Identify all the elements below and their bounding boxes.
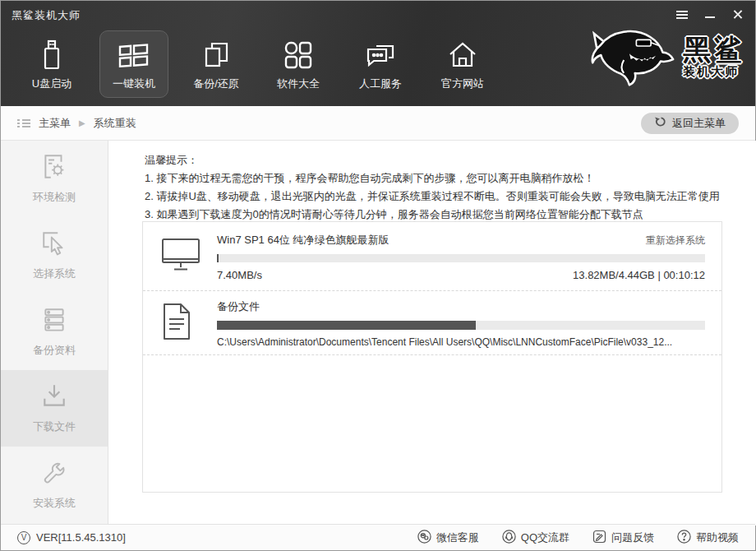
- apps-grid-icon: [284, 37, 313, 73]
- monitor-icon: [161, 238, 201, 276]
- main-nav: U盘启动 一键装机: [17, 30, 497, 98]
- select-system-icon: [40, 229, 68, 261]
- nav-label: 备份/还原: [193, 76, 239, 91]
- footer-links: 微信客服 QQ交流群: [417, 530, 739, 546]
- window-title: 黑鲨装机大师: [12, 8, 81, 23]
- help-video-link[interactable]: 帮助视频: [677, 530, 739, 546]
- copy-icon: [201, 37, 231, 73]
- download-row-system: Win7 SP1 64位 纯净绿色旗舰最新版 重新选择系统 7.40MB/s 1…: [143, 222, 721, 291]
- usb-icon: [38, 37, 66, 73]
- sidebar-item-label: 安装系统: [33, 496, 76, 511]
- back-button-label: 返回主菜单: [672, 116, 726, 131]
- nav-label: 软件大全: [277, 76, 320, 91]
- sidebar-item-label: 环境检测: [33, 190, 76, 205]
- download-panel: Win7 SP1 64位 纯净绿色旗舰最新版 重新选择系统 7.40MB/s 1…: [142, 221, 722, 493]
- document-icon: [161, 303, 192, 344]
- sidebar-item-download-files[interactable]: 下载文件: [1, 370, 108, 447]
- header: 黑鲨装机大师 U盘启动: [1, 1, 755, 106]
- backup-progress-track: [217, 321, 705, 330]
- download-row-body: Win7 SP1 64位 纯净绿色旗舰最新版 重新选择系统 7.40MB/s 1…: [217, 222, 705, 290]
- env-check-icon: [40, 153, 68, 184]
- feedback-icon: [592, 530, 606, 546]
- nav-label: U盘启动: [32, 76, 71, 91]
- qq-group-link[interactable]: QQ交流群: [502, 530, 569, 546]
- system-progress-fill: [217, 254, 219, 262]
- nav-item-backup-restore[interactable]: 备份/还原: [182, 30, 251, 98]
- backup-title: 备份文件: [217, 299, 260, 314]
- breadcrumb-current: 系统重装: [94, 116, 136, 131]
- nav-item-one-key-install[interactable]: 一键装机: [99, 30, 168, 98]
- backup-data-icon: [40, 306, 68, 337]
- tip-line: 2. 请拔掉U盘、移动硬盘，退出光驱内的光盘，并保证系统重装过程不断电。否则重装…: [145, 188, 720, 206]
- shark-logo-icon: [589, 24, 678, 90]
- window-controls: [676, 9, 744, 19]
- footer-bar: V VER[11.5.45.1310] 微信客服: [1, 524, 755, 550]
- nav-item-usb-boot[interactable]: U盘启动: [17, 30, 86, 98]
- system-name: Win7 SP1 64位 纯净绿色旗舰最新版: [217, 233, 390, 248]
- home-icon: [448, 37, 477, 73]
- feedback-link[interactable]: 问题反馈: [592, 530, 654, 546]
- brand-line2: 装机大师: [683, 64, 745, 79]
- reselect-system-link[interactable]: 重新选择系统: [646, 234, 705, 248]
- sidebar-item-label: 选择系统: [33, 266, 76, 281]
- footer-link-label: 问题反馈: [611, 530, 654, 545]
- windows-icon: [118, 37, 150, 73]
- qq-icon: [502, 530, 516, 546]
- sidebar-steps: 环境检测 选择系统 备份资料: [1, 141, 108, 526]
- nav-item-software[interactable]: 软件大全: [264, 30, 333, 98]
- tips-title: 温馨提示：: [145, 151, 720, 169]
- download-status: 13.82MB/4.44GB | 00:10:12: [573, 269, 705, 281]
- sidebar-item-env-check[interactable]: 环境检测: [1, 141, 108, 217]
- brand-line1: 黑鲨: [683, 35, 745, 64]
- footer-link-label: QQ交流群: [521, 530, 569, 545]
- footer-link-label: 微信客服: [436, 530, 479, 545]
- version-icon: V: [17, 531, 30, 544]
- sidebar-item-label: 下载文件: [33, 419, 76, 434]
- tips-block: 温馨提示： 1. 接下来的过程无需您的干预，程序会帮助您自动完成剩下的步骤，您可…: [145, 151, 720, 224]
- sidebar-item-label: 备份资料: [33, 343, 76, 358]
- panel-empty-area: [143, 355, 721, 492]
- system-progress-track: [217, 254, 705, 262]
- list-icon: [17, 118, 30, 129]
- wechat-icon: [417, 530, 431, 546]
- wechat-support-link[interactable]: 微信客服: [417, 530, 479, 546]
- sidebar-item-select-system[interactable]: 选择系统: [1, 217, 108, 294]
- download-speed: 7.40MB/s: [217, 269, 262, 281]
- sidebar-item-install-system[interactable]: 安装系统: [1, 447, 108, 523]
- nav-item-service[interactable]: 人工服务: [346, 30, 415, 98]
- nav-label: 人工服务: [359, 76, 402, 91]
- chat-icon: [365, 37, 396, 73]
- breadcrumb-root[interactable]: 主菜单: [39, 116, 71, 131]
- download-icon: [40, 382, 68, 414]
- back-to-main-button[interactable]: 返回主菜单: [641, 113, 739, 134]
- menu-icon[interactable]: [676, 9, 688, 19]
- help-icon: [677, 530, 691, 546]
- nav-label: 官方网站: [441, 76, 484, 91]
- version-label: VER[11.5.45.1310]: [36, 531, 126, 544]
- back-arrow-icon: [654, 117, 666, 130]
- backup-progress-fill: [217, 321, 476, 330]
- nav-label: 一键装机: [113, 76, 155, 91]
- nav-item-website[interactable]: 官方网站: [428, 30, 497, 98]
- download-row-backup: 备份文件 C:\Users\Administrator\Documents\Te…: [143, 291, 721, 355]
- brand-logo: 黑鲨 装机大师: [589, 24, 745, 90]
- backup-file-path: C:\Users\Administrator\Documents\Tencent…: [217, 336, 705, 348]
- breadcrumb-bar: 主菜单 ▶ 系统重装 返回主菜单: [1, 106, 755, 141]
- breadcrumb-separator-icon: ▶: [79, 118, 85, 127]
- close-icon[interactable]: [732, 9, 744, 19]
- main-content: 温馨提示： 1. 接下来的过程无需您的干预，程序会帮助您自动完成剩下的步骤，您可…: [108, 141, 756, 526]
- brand-text: 黑鲨 装机大师: [683, 35, 745, 79]
- install-wrench-icon: [40, 459, 68, 490]
- footer-link-label: 帮助视频: [696, 530, 739, 545]
- version-info: V VER[11.5.45.1310]: [17, 531, 126, 544]
- minimize-icon[interactable]: [704, 9, 716, 19]
- download-row-body: 备份文件 C:\Users\Administrator\Documents\Te…: [217, 291, 705, 354]
- app-window: 黑鲨装机大师 U盘启动: [0, 0, 756, 551]
- sidebar-item-backup-data[interactable]: 备份资料: [1, 294, 108, 370]
- tip-line: 1. 接下来的过程无需您的干预，程序会帮助您自动完成剩下的步骤，您可以离开电脑稍…: [145, 169, 720, 188]
